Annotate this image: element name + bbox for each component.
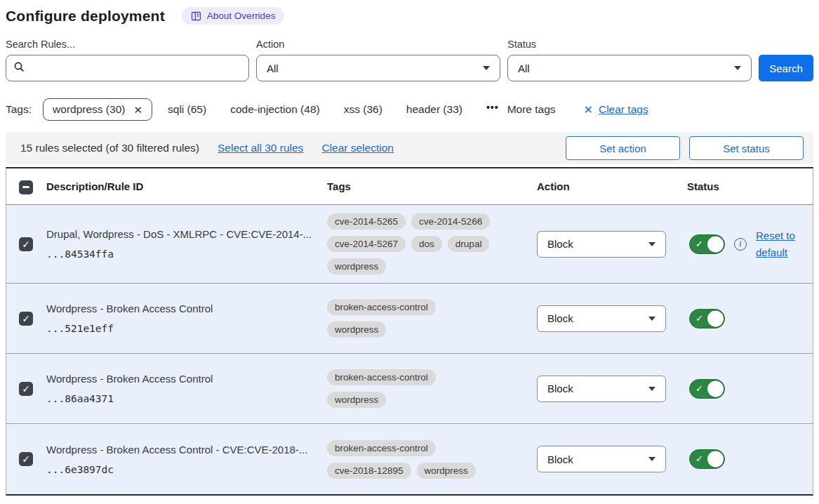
checkmark-icon: ✓ — [22, 314, 30, 324]
more-tags-label: More tags — [507, 103, 556, 116]
action-select-value: Block — [547, 453, 573, 465]
rule-tags: cve-2014-5265cve-2014-5266cve-2014-5267d… — [321, 213, 496, 274]
caret-down-icon — [734, 66, 741, 70]
rule-tags: broken-access-controlcve-2018-12895wordp… — [321, 440, 496, 479]
row-checkbox[interactable]: ✓ — [19, 382, 33, 396]
toggle-knob — [707, 380, 724, 397]
status-filter-label: Status — [507, 39, 752, 50]
tag-pill: cve-2014-5267 — [327, 236, 406, 252]
table-row: ✓ Wordpress - Broken Access Control - CV… — [6, 424, 813, 494]
rule-id: ...86aa4371 — [46, 393, 321, 404]
tag-pill: cve-2014-5266 — [411, 213, 490, 230]
search-rules-input[interactable] — [31, 62, 241, 74]
tags-bar: Tags: wordpress (30) ✕ sqli (65)code-inj… — [6, 98, 813, 121]
row-checkbox[interactable]: ✓ — [19, 312, 33, 326]
about-overrides-badge[interactable]: About Overrides — [182, 7, 285, 25]
tag-pill: wordpress — [327, 321, 386, 338]
caret-down-icon — [648, 317, 655, 321]
rule-id: ...6e3897dc — [46, 464, 321, 475]
set-action-button[interactable]: Set action — [566, 136, 680, 160]
table-row: ✓ Wordpress - Broken Access Control ...5… — [6, 284, 813, 354]
tag-pill: broken-access-control — [327, 369, 436, 385]
select-all-rules-link[interactable]: Select all 30 rules — [218, 142, 303, 154]
tag-filter[interactable]: code-injection (48) — [230, 103, 320, 115]
toggle-knob — [707, 310, 724, 326]
action-filter-select[interactable]: All — [256, 55, 500, 81]
book-icon — [191, 11, 201, 21]
rule-description: Wordpress - Broken Access Control - CVE:… — [46, 444, 321, 456]
clear-tags-link[interactable]: ✕ Clear tags — [584, 103, 648, 117]
action-select[interactable]: Block — [537, 305, 666, 332]
toggle-knob — [707, 236, 724, 252]
search-input-box[interactable] — [6, 55, 249, 81]
action-select[interactable]: Block — [537, 376, 666, 402]
column-header-tags: Tags — [321, 180, 531, 192]
status-toggle[interactable]: ✓ — [689, 449, 725, 469]
action-select-value: Block — [547, 312, 573, 324]
tags-label: Tags: — [6, 103, 32, 116]
caret-down-icon — [483, 66, 490, 70]
tag-pill: drupal — [448, 236, 490, 252]
action-select[interactable]: Block — [537, 231, 666, 258]
select-all-checkbox[interactable] — [19, 180, 33, 194]
tag-pill: broken-access-control — [327, 440, 436, 456]
rules-table: Description/Rule ID Tags Action Status ✓… — [6, 167, 813, 496]
tag-pill: wordpress — [327, 392, 386, 408]
status-toggle[interactable]: ✓ — [689, 379, 725, 399]
search-rules-label: Search Rules... — [6, 39, 249, 50]
checkmark-icon: ✓ — [695, 313, 703, 324]
table-header: Description/Rule ID Tags Action Status — [6, 168, 813, 205]
tag-filter[interactable]: sqli (65) — [168, 103, 206, 115]
row-checkbox[interactable]: ✓ — [19, 237, 33, 251]
selected-tag-chip[interactable]: wordpress (30) ✕ — [43, 98, 152, 121]
toggle-knob — [707, 451, 724, 467]
rule-id: ...84534ffa — [46, 248, 321, 260]
status-toggle[interactable]: ✓ — [689, 309, 725, 329]
about-overrides-label: About Overrides — [207, 11, 276, 21]
tag-filter[interactable]: xss (36) — [344, 103, 382, 115]
action-select-value: Block — [547, 238, 573, 250]
page-header: Configure deployment About Overrides — [6, 7, 813, 25]
checkmark-icon: ✓ — [695, 383, 703, 394]
filter-bar: Search Rules... Action All Status — [6, 39, 813, 81]
rule-description: Wordpress - Broken Access Control — [46, 303, 321, 314]
checkmark-icon: ✓ — [22, 239, 30, 249]
clear-selection-link[interactable]: Clear selection — [321, 142, 394, 154]
status-toggle[interactable]: ✓ — [689, 234, 725, 254]
status-filter-value: All — [518, 62, 530, 74]
column-header-description: Description/Rule ID — [40, 180, 321, 192]
minus-icon — [22, 186, 29, 188]
column-header-status: Status — [675, 180, 813, 192]
caret-down-icon — [648, 242, 655, 246]
remove-tag-x-icon[interactable]: ✕ — [133, 105, 142, 115]
action-filter-value: All — [267, 62, 279, 74]
x-icon: ✕ — [584, 103, 593, 117]
action-select[interactable]: Block — [537, 446, 666, 472]
table-row: ✓ Drupal, Wordpress - DoS - XMLRPC - CVE… — [6, 205, 813, 284]
rule-description: Wordpress - Broken Access Control — [46, 373, 321, 385]
rule-id: ...521e1eff — [46, 323, 321, 334]
search-icon — [13, 61, 25, 76]
selected-tag-label: wordpress (30) — [53, 103, 125, 116]
selection-summary: 15 rules selected (of 30 filtered rules) — [20, 142, 199, 154]
action-filter-field: Action All — [256, 39, 500, 81]
reset-to-default-link[interactable]: Reset to default — [756, 227, 799, 261]
row-checkbox[interactable]: ✓ — [19, 452, 33, 466]
checkmark-icon: ✓ — [695, 453, 703, 464]
checkmark-icon: ✓ — [22, 384, 30, 394]
action-select-value: Block — [547, 383, 573, 394]
tag-pill: dos — [411, 236, 442, 252]
info-icon[interactable]: i — [734, 238, 747, 251]
tag-pill: wordpress — [417, 463, 476, 479]
action-filter-label: Action — [256, 39, 500, 50]
table-row: ✓ Wordpress - Broken Access Control ...8… — [6, 354, 813, 424]
set-status-button[interactable]: Set status — [689, 136, 804, 160]
status-filter-select[interactable]: All — [507, 55, 752, 81]
tag-pill: cve-2018-12895 — [327, 463, 411, 479]
status-filter-field: Status All — [507, 39, 752, 81]
tag-filter[interactable]: header (33) — [406, 103, 462, 115]
page-title: Configure deployment — [6, 8, 165, 25]
more-tags-button[interactable]: ••• More tags — [486, 103, 556, 116]
caret-down-icon — [648, 457, 655, 461]
search-button[interactable]: Search — [759, 55, 813, 81]
